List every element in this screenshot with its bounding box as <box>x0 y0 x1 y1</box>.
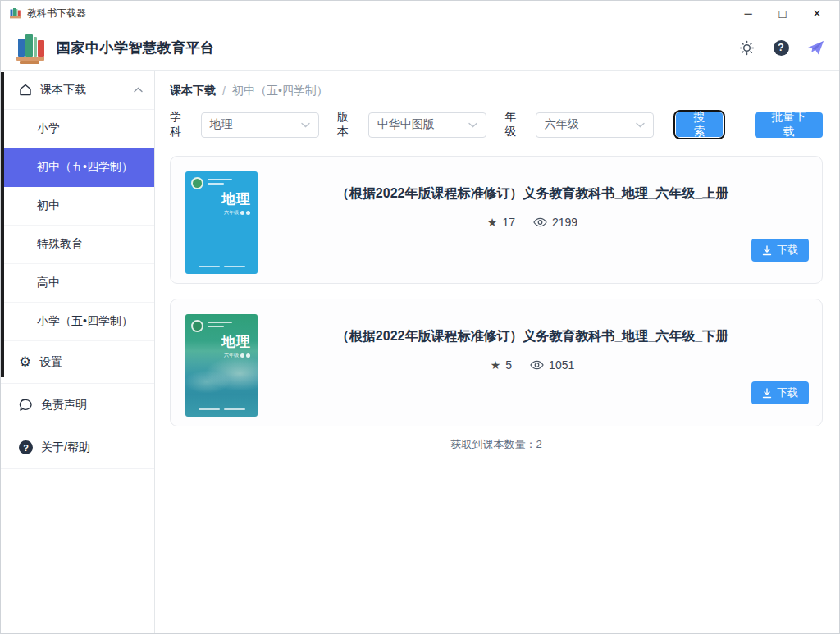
download-icon <box>762 388 772 399</box>
eye-icon <box>530 360 544 370</box>
sidebar-item-label: 特殊教育 <box>37 237 83 252</box>
sidebar-item-junior-54-selected[interactable]: 初中（五•四学制） <box>1 148 154 187</box>
result-count-text: 获取到课本数量：2 <box>170 437 823 452</box>
breadcrumb-current: 初中（五•四学制） <box>232 84 328 98</box>
batch-download-button[interactable]: 批量下载 <box>755 112 823 138</box>
chat-bubble-icon <box>19 399 33 412</box>
sidebar-item-special-education[interactable]: 特殊教育 <box>1 226 154 264</box>
chevron-down-icon <box>636 122 645 128</box>
subject-select[interactable]: 地理 <box>201 112 319 138</box>
book-stats: ★ 5 1051 <box>491 358 575 372</box>
subject-select-value: 地理 <box>210 117 233 132</box>
edition-label: 版本 <box>337 110 358 139</box>
download-button[interactable]: 下载 <box>751 381 809 404</box>
sidebar-scrollbar[interactable] <box>1 72 4 377</box>
book-cover-image[interactable]: 地理 六年级 <box>185 171 258 274</box>
subject-label: 学科 <box>170 110 191 139</box>
cover-subject: 地理 <box>221 332 251 351</box>
download-icon <box>762 245 772 256</box>
cover-publisher-marks <box>185 266 258 267</box>
book-stats: ★ 17 2199 <box>487 216 578 229</box>
eye-icon <box>533 217 547 227</box>
titlebar: 教科书下载器 ─ □ ✕ <box>1 1 839 25</box>
book-card: 地理 六年级 （根据2022年版课程标准修订）义务教育教科书_地理_六年级_上册… <box>170 156 823 284</box>
breadcrumb-root[interactable]: 课本下载 <box>170 84 216 98</box>
star-icon: ★ <box>487 217 498 228</box>
app-header: 国家中小学智慧教育平台 ? <box>1 25 839 71</box>
sidebar-item-senior[interactable]: 高中 <box>1 264 154 303</box>
star-count: 17 <box>502 216 515 229</box>
sidebar-item-label: 课本下载 <box>40 83 86 98</box>
grade-select-value: 六年级 <box>545 117 579 132</box>
sidebar-item-label: 设置 <box>39 355 62 370</box>
maximize-button[interactable]: □ <box>765 2 800 25</box>
sidebar-item-primary-54[interactable]: 小学（五•四学制） <box>1 303 154 341</box>
sidebar-item-label: 初中（五•四学制） <box>37 160 133 175</box>
sidebar-item-label: 免责声明 <box>41 398 87 413</box>
sidebar-item-primary-school[interactable]: 小学 <box>1 110 154 148</box>
cover-publisher-marks <box>185 408 258 410</box>
view-count: 2199 <box>552 216 578 229</box>
cover-grade-text: 六年级 <box>224 209 239 217</box>
close-button[interactable]: ✕ <box>800 2 834 25</box>
sidebar-item-label: 高中 <box>37 276 60 290</box>
chevron-down-icon <box>468 122 477 128</box>
book-title: （根据2022年版课程标准修订）义务教育教科书_地理_六年级_下册 <box>336 328 728 345</box>
sidebar-item-textbook-download[interactable]: 课本下载 <box>1 71 154 110</box>
cover-emblem-icon <box>191 177 203 189</box>
help-icon[interactable]: ? <box>772 39 790 57</box>
edition-select[interactable]: 中华中图版 <box>368 112 486 138</box>
sidebar-item-disclaimer[interactable]: 免责声明 <box>1 384 154 426</box>
app-window: 教科书下载器 ─ □ ✕ 国家中小学智慧教育平台 <box>0 0 840 634</box>
download-label: 下载 <box>777 385 798 400</box>
cover-emblem-icon <box>191 320 203 332</box>
edition-select-value: 中华中图版 <box>377 117 435 132</box>
grade-select[interactable]: 六年级 <box>536 112 654 138</box>
view-count: 1051 <box>549 358 574 372</box>
theme-sun-icon[interactable] <box>737 39 756 57</box>
page-title: 国家中小学智慧教育平台 <box>57 39 215 57</box>
paper-plane-icon[interactable] <box>806 39 824 57</box>
chevron-up-icon <box>134 87 143 93</box>
app-logo-icon <box>16 33 47 62</box>
sidebar-item-label: 小学 <box>37 121 60 136</box>
sidebar-item-about-help[interactable]: ? 关于/帮助 <box>1 426 154 469</box>
gear-icon: ⚙ <box>19 355 31 369</box>
search-button[interactable]: 搜索 <box>676 112 723 137</box>
sidebar-item-label: 小学（五•四学制） <box>37 314 133 329</box>
cover-grade-text: 六年级 <box>224 352 239 359</box>
sidebar-item-junior[interactable]: 初中 <box>1 187 154 226</box>
app-icon <box>9 7 21 20</box>
download-button[interactable]: 下载 <box>751 239 809 262</box>
question-circle-icon: ? <box>19 440 33 454</box>
sidebar: 课本下载 小学 初中（五•四学制） 初中 特殊教育 高中 <box>1 71 155 633</box>
cover-subject: 地理 <box>221 189 251 208</box>
star-icon: ★ <box>491 359 501 371</box>
chevron-down-icon <box>301 122 310 128</box>
breadcrumb: 课本下载 / 初中（五•四学制） <box>170 84 823 98</box>
sidebar-item-label: 初中 <box>37 198 60 213</box>
grade-label: 年级 <box>504 110 526 139</box>
minimize-button[interactable]: ─ <box>731 2 765 25</box>
search-button-focus-ring: 搜索 <box>673 110 725 139</box>
sidebar-item-settings[interactable]: ⚙ 设置 <box>1 341 154 384</box>
home-icon <box>19 84 32 96</box>
book-cover-image[interactable]: 地理 六年级 <box>185 314 258 417</box>
book-title: （根据2022年版课程标准修订）义务教育教科书_地理_六年级_上册 <box>336 185 728 203</box>
breadcrumb-separator: / <box>222 84 226 98</box>
star-count: 5 <box>505 358 512 372</box>
book-card: 地理 六年级 （根据2022年版课程标准修订）义务教育教科书_地理_六年级_下册… <box>170 299 823 426</box>
window-title: 教科书下载器 <box>27 7 86 21</box>
filter-bar: 学科 地理 版本 中华中图版 <box>170 110 823 139</box>
download-label: 下载 <box>777 243 798 258</box>
main-content: 课本下载 / 初中（五•四学制） 学科 地理 版本 中华中图版 <box>155 71 839 633</box>
sidebar-item-label: 关于/帮助 <box>41 440 90 455</box>
